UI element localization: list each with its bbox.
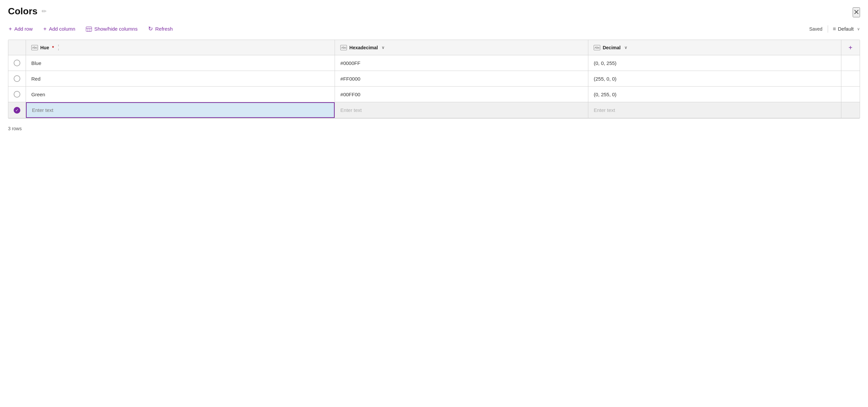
hue-col-label: Hue: [40, 45, 49, 50]
add-row-button[interactable]: + Add row: [8, 24, 33, 34]
saved-label: Saved: [809, 26, 823, 32]
hex-col-label: Hexadecimal: [349, 45, 378, 50]
new-row-hexadecimal-cell[interactable]: Enter text: [335, 102, 588, 118]
hex-col-icon: Abc: [340, 45, 347, 50]
plus-icon: +: [9, 26, 12, 32]
refresh-icon: ↻: [148, 25, 153, 32]
table-row: Green #00FF00 (0, 255, 0): [8, 87, 860, 102]
hue-sort-icons: ↑ ↓: [58, 44, 59, 51]
page-title: Colors: [8, 6, 38, 17]
show-hide-columns-button[interactable]: Show/hide columns: [85, 24, 138, 34]
new-row-hue-cell[interactable]: [26, 102, 335, 118]
decimal-chevron-icon[interactable]: ∨: [624, 45, 627, 50]
decimal-cell-2[interactable]: (0, 255, 0): [588, 87, 841, 102]
hexadecimal-cell-2[interactable]: #00FF00: [335, 87, 588, 102]
select-all-header: [8, 40, 26, 55]
plus-icon-2: +: [43, 26, 46, 32]
add-column-label: Add column: [49, 26, 75, 32]
decimal-col-label: Decimal: [602, 45, 621, 50]
add-column-header: +: [841, 40, 860, 55]
row-select-cell-0[interactable]: [8, 55, 26, 71]
hue-cell-2[interactable]: Green: [26, 87, 335, 102]
decimal-cell-0[interactable]: (0, 0, 255): [588, 55, 841, 71]
hexadecimal-cell-0[interactable]: #0000FF: [335, 55, 588, 71]
sort-down-icon[interactable]: ↓: [58, 48, 59, 51]
default-label: Default: [838, 26, 854, 32]
title-row: Colors ✏: [8, 6, 860, 17]
table-header-row: Abc Hue * ↑ ↓ Abc Hexadecimal: [8, 40, 860, 55]
table-row: Blue #0000FF (0, 0, 255): [8, 55, 860, 71]
add-row-label: Add row: [14, 26, 33, 32]
lines-icon: ≡: [833, 26, 836, 32]
col-hexadecimal-header: Abc Hexadecimal ∨: [335, 40, 588, 55]
svg-rect-0: [86, 27, 92, 31]
edit-icon[interactable]: ✏: [42, 8, 46, 15]
row-radio-0[interactable]: [14, 60, 20, 66]
default-dropdown[interactable]: ≡ Default ∨: [833, 26, 860, 32]
new-row-select-cell[interactable]: [8, 102, 26, 118]
toolbar-divider: [828, 25, 828, 33]
app-container: ✕ Colors ✏ + Add row + Add column Show/h…: [0, 0, 868, 407]
required-star: *: [52, 45, 54, 50]
row-select-cell-2[interactable]: [8, 87, 26, 102]
hue-cell-0[interactable]: Blue: [26, 55, 335, 71]
row-radio-1[interactable]: [14, 75, 20, 82]
close-button[interactable]: ✕: [853, 7, 860, 17]
new-row-hex-placeholder[interactable]: Enter text: [335, 103, 588, 117]
hex-chevron-icon[interactable]: ∨: [381, 45, 384, 50]
hexadecimal-cell-1[interactable]: #FF0000: [335, 71, 588, 87]
hue-col-icon: Abc: [31, 45, 38, 50]
new-row-decimal-placeholder[interactable]: Enter text: [588, 103, 841, 117]
col-decimal-header: Abc Decimal ∨: [588, 40, 841, 55]
hue-cell-1[interactable]: Red: [26, 71, 335, 87]
show-hide-label: Show/hide columns: [94, 26, 137, 32]
table-row: Red #FF0000 (255, 0, 0): [8, 71, 860, 87]
table-icon: [86, 26, 92, 32]
decimal-cell-1[interactable]: (255, 0, 0): [588, 71, 841, 87]
new-row: Enter text Enter text: [8, 102, 860, 118]
refresh-button[interactable]: ↻ Refresh: [148, 24, 174, 34]
decimal-col-icon: Abc: [594, 45, 600, 50]
new-row-hue-input[interactable]: [26, 102, 335, 118]
chevron-down-icon: ∨: [857, 27, 860, 31]
row-select-cell-1[interactable]: [8, 71, 26, 87]
row-extra-cell-1: [841, 71, 860, 87]
new-row-decimal-cell[interactable]: Enter text: [588, 102, 841, 118]
new-row-extra-cell: [841, 102, 860, 118]
toolbar: + Add row + Add column Show/hide columns…: [8, 24, 860, 34]
refresh-label: Refresh: [155, 26, 173, 32]
row-radio-2[interactable]: [14, 91, 20, 97]
rows-count: 3 rows: [8, 126, 860, 131]
add-column-header-button[interactable]: +: [848, 44, 852, 51]
add-column-button[interactable]: + Add column: [42, 24, 76, 34]
sort-up-icon[interactable]: ↑: [58, 44, 59, 47]
row-extra-cell-2: [841, 87, 860, 102]
col-hue-header: Abc Hue * ↑ ↓: [26, 40, 335, 55]
toolbar-right: Saved ≡ Default ∨: [809, 25, 860, 33]
row-extra-cell-0: [841, 55, 860, 71]
new-row-radio[interactable]: [14, 107, 20, 114]
data-table: Abc Hue * ↑ ↓ Abc Hexadecimal: [8, 40, 860, 119]
